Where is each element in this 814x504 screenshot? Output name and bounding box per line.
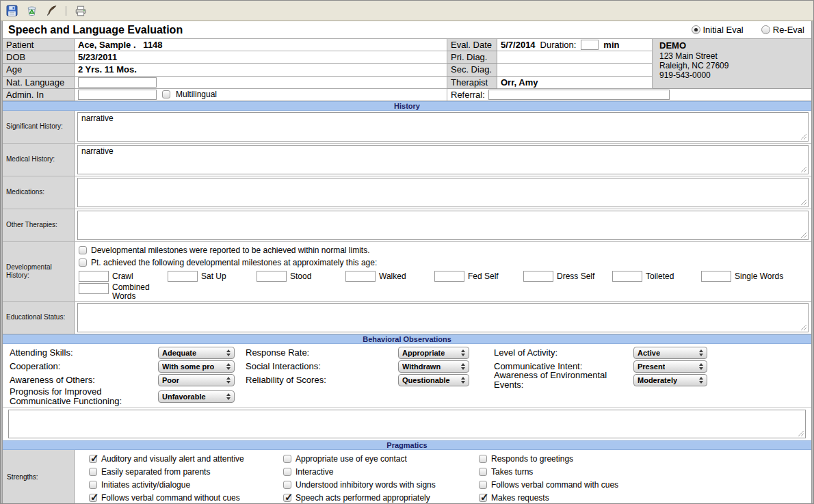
medications-row: Medications: — [3, 176, 811, 209]
response-rate-select[interactable]: Appropriate — [398, 347, 469, 359]
page-title: Speech and Language Evaluation — [8, 24, 183, 36]
checkbox[interactable] — [89, 494, 97, 502]
social-interactions-select[interactable]: Withdrawn — [398, 360, 469, 373]
strength-item[interactable]: Appropriate use of eye contact — [283, 454, 479, 464]
strength-item[interactable]: Speech acts performed appropriately — [283, 493, 479, 503]
checkbox-label: Responds to greetings — [491, 454, 573, 464]
medical-history-textarea[interactable]: narrative — [77, 145, 809, 174]
milestone-label: Walked — [379, 271, 406, 281]
quill-sign-icon[interactable] — [45, 4, 58, 17]
attending-skills-label: Attending Skills: — [10, 348, 158, 358]
checkbox[interactable] — [79, 258, 87, 267]
duration-input[interactable] — [581, 40, 599, 50]
nat-language-label: Nat. Language — [3, 77, 75, 89]
select-value: Poor — [162, 376, 179, 384]
sec-diag-value[interactable] — [497, 64, 653, 76]
prognosis-select[interactable]: Unfavorable — [158, 390, 235, 403]
milestone-toileted-input[interactable] — [612, 271, 642, 282]
radio-icon[interactable] — [761, 25, 770, 34]
checkbox[interactable] — [283, 494, 291, 502]
level-of-activity-select[interactable]: Active — [633, 347, 707, 359]
select-value: Adequate — [162, 349, 196, 357]
milestone-combinedwords-input[interactable] — [79, 283, 109, 294]
checkbox-label: Interactive — [296, 467, 333, 477]
initial-eval-radio[interactable]: Initial Eval — [692, 25, 744, 35]
age-value: 2 Yrs. 11 Mos. — [75, 64, 447, 76]
dev-milestones-normal-item[interactable]: Developmental milestones were reported t… — [79, 244, 811, 256]
print-icon[interactable] — [74, 4, 87, 17]
milestone-label: Crawl — [112, 271, 133, 281]
educational-status-textarea[interactable] — [77, 303, 809, 332]
milestone-stood-input[interactable] — [257, 271, 287, 282]
pragmatics-section-header: Pragmatics — [3, 440, 811, 450]
educational-status-row: Educational Status: — [3, 302, 811, 334]
communicative-intent-select[interactable]: Present — [633, 360, 707, 373]
checkbox[interactable] — [479, 468, 487, 476]
referral-input[interactable] — [488, 90, 670, 100]
strength-item[interactable]: Makes requests — [479, 493, 811, 503]
attending-skills-select[interactable]: Adequate — [158, 347, 235, 359]
milestone-fedself-input[interactable] — [434, 271, 464, 282]
developmental-history-body: Developmental milestones were reported t… — [75, 242, 811, 301]
other-therapies-textarea[interactable] — [77, 211, 809, 240]
medications-textarea[interactable] — [77, 178, 809, 207]
checkbox[interactable] — [89, 455, 97, 463]
clinic-name: DEMO — [659, 41, 804, 51]
radio-icon[interactable] — [692, 25, 700, 34]
milestone-label: Single Words — [735, 271, 783, 281]
strength-item[interactable]: Understood inhibitory words with signs — [283, 480, 479, 490]
strength-item[interactable]: Follows verbal command without cues — [89, 493, 283, 503]
nat-language-input[interactable] — [78, 77, 157, 88]
checkbox-label: Developmental milestones were reported t… — [91, 246, 370, 255]
dob-label: DOB — [3, 51, 75, 64]
clinic-street: 123 Main Street — [659, 51, 804, 61]
milestones-row: Crawl Sat Up Stood Walked Fed Self Dress… — [79, 271, 811, 282]
strength-item[interactable]: Initiates activity/dialogue — [89, 480, 283, 490]
admin-in-input[interactable] — [78, 90, 157, 100]
checkbox[interactable] — [479, 494, 487, 502]
medical-history-row: Medical History: narrative — [3, 144, 811, 176]
cooperation-select[interactable]: With some pro — [158, 360, 235, 373]
significant-history-textarea[interactable]: narrative — [77, 112, 809, 142]
eval-date-value: 5/7/2014 — [501, 40, 536, 50]
strength-item[interactable]: Interactive — [283, 467, 479, 477]
recycle-delete-icon[interactable] — [25, 4, 38, 17]
milestone-crawl-input[interactable] — [79, 271, 109, 282]
strength-item[interactable]: Responds to greetings — [479, 454, 811, 464]
milestone-singlewords-input[interactable] — [701, 271, 731, 282]
awareness-environmental-select[interactable]: Moderately — [633, 374, 707, 386]
behavioral-notes-textarea[interactable] — [8, 410, 806, 438]
milestone-satup-input[interactable] — [168, 271, 198, 282]
checkbox[interactable] — [79, 246, 87, 254]
checkbox[interactable] — [89, 481, 97, 489]
re-eval-radio[interactable]: Re-Eval — [761, 25, 804, 35]
level-of-activity-label: Level of Activity: — [494, 348, 633, 358]
checkbox[interactable] — [283, 455, 291, 463]
milestone-walked-input[interactable] — [345, 271, 376, 282]
significant-history-label: Significant History: — [3, 111, 75, 143]
reliability-of-scores-select[interactable]: Questionable — [398, 374, 469, 386]
pri-diag-value[interactable] — [497, 51, 653, 64]
therapist-label: Therapist — [447, 77, 497, 89]
strength-item[interactable]: Easily separated from parents — [89, 467, 283, 477]
strength-item[interactable]: Takes turns — [479, 467, 811, 477]
checkbox-label: Pt. achieved the following developmental… — [91, 258, 377, 267]
admin-in-label: Admin. In — [3, 89, 75, 101]
checkbox[interactable] — [283, 481, 291, 489]
checkbox[interactable] — [89, 468, 97, 476]
awareness-of-others-select[interactable]: Poor — [158, 374, 235, 386]
checkbox-label: Easily separated from parents — [101, 467, 210, 477]
pragmatics-strengths-row: Strengths: Auditory and visually alert a… — [3, 450, 811, 504]
checkbox[interactable] — [283, 468, 291, 476]
checkbox[interactable] — [479, 481, 487, 489]
dev-milestones-ages-item[interactable]: Pt. achieved the following developmental… — [79, 256, 811, 269]
multilingual-label: Multilingual — [176, 90, 217, 99]
strength-item[interactable]: Follows verbal command with cues — [479, 480, 811, 490]
social-interactions-label: Social Interactions: — [246, 362, 398, 371]
checkbox[interactable] — [479, 455, 487, 463]
save-icon[interactable] — [5, 4, 18, 17]
milestone-dressself-input[interactable] — [523, 271, 553, 282]
multilingual-checkbox[interactable] — [162, 90, 170, 98]
strength-item[interactable]: Auditory and visually alert and attentiv… — [89, 454, 283, 464]
significant-history-row: Significant History: narrative — [3, 111, 811, 144]
